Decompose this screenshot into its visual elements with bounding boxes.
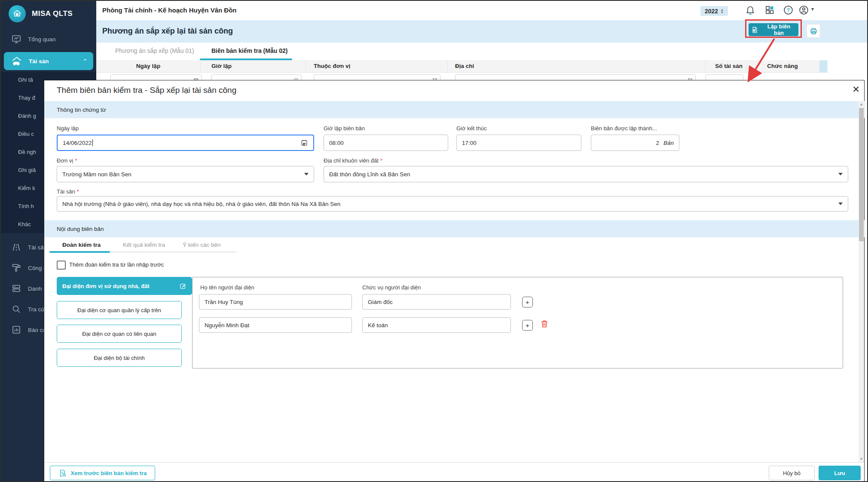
- trash-icon[interactable]: [540, 319, 549, 328]
- sidebar-item-label: Tài sả: [28, 244, 44, 251]
- column-header[interactable]: Ngày lập: [96, 60, 201, 72]
- submenu-item[interactable]: Đánh g: [18, 113, 36, 119]
- gio-lap-input[interactable]: 08:00: [324, 135, 448, 151]
- so-ban-input[interactable]: 2 Bản: [591, 135, 679, 151]
- so-ban-value: 2: [656, 140, 659, 146]
- dropdown-caret-icon[interactable]: [838, 173, 843, 175]
- tab-phuong-an-sap-xep[interactable]: Phương án sắp xếp (Mẫu 01): [115, 47, 194, 54]
- submenu-item[interactable]: Ghi tă: [18, 77, 33, 83]
- rep-name-input[interactable]: [199, 317, 352, 333]
- page-title-bar: Phương án sắp xếp lại tài sản công Lập b…: [96, 20, 868, 43]
- column-header[interactable]: Giờ lập: [201, 60, 306, 72]
- field-label-text: Tài sản: [57, 188, 75, 195]
- dashboard-monitor-icon: [11, 34, 21, 44]
- dropdown-caret-icon[interactable]: [838, 203, 843, 205]
- group-label: Đại diện cơ quan quản lý cấp trên: [77, 307, 161, 313]
- rep-role-input[interactable]: [362, 317, 511, 333]
- organization-title: Phòng Tài chính - Kế hoạch Huyện Vân Đồn: [102, 6, 237, 14]
- edit-icon[interactable]: [179, 282, 186, 290]
- road-icon: [11, 242, 21, 252]
- submenu-item[interactable]: Tính h: [18, 203, 34, 209]
- add-row-button[interactable]: +: [522, 297, 533, 307]
- preview-button[interactable]: Xem trước biên bản kiểm tra: [50, 466, 155, 480]
- field-label-so-ban: Biên bản được lập thành...: [591, 125, 657, 132]
- dia-chi-select[interactable]: Đất thôn đông Lĩnh xã Bản Sen: [324, 166, 848, 182]
- column-header[interactable]: Thuộc đơn vị: [306, 60, 448, 72]
- gio-lap-value: 08:00: [329, 140, 344, 146]
- printer-icon: [810, 27, 818, 35]
- help-icon[interactable]: ?: [783, 5, 794, 16]
- don-vi-value: Trường Mầm non Bản Sen: [62, 171, 131, 178]
- column-header[interactable]: Số tài sản: [706, 60, 746, 72]
- reuse-previous-team-label[interactable]: Thêm đoàn kiểm tra từ lần nhập trước: [69, 261, 164, 268]
- submenu-item[interactable]: Khác: [18, 221, 31, 227]
- rep-name-input[interactable]: [199, 294, 352, 310]
- group-label: Đại diện đơn vị sử dụng nhà, đất: [62, 283, 150, 289]
- dia-chi-value: Đất thôn đông Lĩnh xã Bản Sen: [329, 171, 410, 178]
- create-record-label: Lập biên bản: [762, 23, 796, 36]
- dropdown-caret-icon[interactable]: [304, 173, 309, 175]
- bell-icon[interactable]: [745, 5, 756, 16]
- sidebar-item-tong-quan[interactable]: Tổng quan: [1, 30, 96, 48]
- column-header[interactable]: Địa chỉ: [448, 60, 706, 72]
- active-content-tab-underline: [49, 251, 110, 253]
- tab-doan-kiem-tra[interactable]: Đoàn kiểm tra: [62, 242, 101, 248]
- tai-san-select[interactable]: Nhà hội trường (Nhà ở giáo viên), nhà dạ…: [57, 196, 848, 212]
- scroll-up-icon[interactable]: ▲: [859, 102, 864, 106]
- group-dai-dien-bo-tai-chinh[interactable]: Đại diện bộ tài chính: [57, 349, 182, 367]
- year-value: 2022: [705, 8, 718, 15]
- year-selector[interactable]: 2022 ▲▼: [700, 6, 728, 16]
- tai-san-value: Nhà hội trường (Nhà ở giáo viên), nhà dạ…: [62, 201, 340, 207]
- group-dai-dien-don-vi-su-dung[interactable]: Đại diện đơn vị sử dụng nhà, đất: [57, 277, 192, 295]
- modal-scrollbar[interactable]: ▲ ▼: [859, 101, 864, 462]
- gio-ket-thuc-input[interactable]: 17:00: [456, 135, 581, 151]
- field-label-gio-ket-thuc: Giờ kết thúc: [456, 125, 487, 132]
- field-label-tai-san: Tài sản*: [57, 188, 79, 195]
- field-label-gio-lap: Giờ lập biên bản: [324, 125, 365, 132]
- field-label-dia-chi: Địa chỉ khuôn viên đất*: [324, 157, 382, 164]
- tab-bien-ban-kiem-tra[interactable]: Biên bản kiểm tra (Mẫu 02): [211, 47, 287, 54]
- submenu-item[interactable]: Thay đ: [18, 95, 35, 101]
- asset-house-car-icon: [11, 55, 22, 67]
- sidebar-item-tai-san[interactable]: Tài sản ⌃: [4, 52, 93, 70]
- sidebar-item-label: Tổng quan: [28, 36, 56, 43]
- submenu-item[interactable]: Kiểm k: [18, 185, 35, 191]
- print-button[interactable]: [807, 24, 820, 38]
- table-header-row: Ngày lập Giờ lập Thuộc đơn vị Địa chỉ Số…: [96, 60, 828, 73]
- chevron-down-icon[interactable]: ▾: [811, 6, 822, 17]
- group-dai-dien-co-quan-quan-ly[interactable]: Đại diện cơ quan quản lý cấp trên: [57, 301, 182, 319]
- tab-ket-qua-kiem-tra[interactable]: Kết quả kiểm tra: [123, 242, 165, 248]
- scroll-down-icon[interactable]: ▼: [859, 457, 864, 461]
- required-asterisk: *: [380, 157, 382, 164]
- group-dai-dien-co-quan-lien-quan[interactable]: Đại diện cơ quan có liên quan: [57, 325, 182, 343]
- ngay-lap-input[interactable]: 14/06/2022: [57, 135, 314, 151]
- scrollbar-thumb[interactable]: [859, 108, 864, 241]
- cancel-button[interactable]: Hủy bỏ: [769, 466, 815, 480]
- spinner-arrows-icon[interactable]: ▲▼: [721, 9, 724, 14]
- submenu-item[interactable]: Đề ngh: [18, 149, 36, 155]
- close-icon[interactable]: ✕: [850, 83, 862, 96]
- home-logo-icon: [9, 5, 26, 22]
- brand-name: MISA QLTS: [32, 9, 73, 18]
- name-column-header: Họ tên người đại diện: [200, 284, 254, 291]
- document-plus-icon: [751, 26, 758, 34]
- user-icon[interactable]: [798, 5, 810, 16]
- section-header-noi-dung-bien-ban: Nội dung biên bản: [44, 220, 865, 237]
- add-row-button[interactable]: +: [522, 320, 533, 331]
- don-vi-select[interactable]: Trường Mầm non Bản Sen: [57, 166, 314, 182]
- app-grid-icon[interactable]: [764, 5, 776, 16]
- sidebar-item-label: Tài sản: [29, 58, 49, 64]
- column-header[interactable]: Chức năng: [746, 60, 819, 72]
- create-record-button[interactable]: Lập biên bản: [749, 23, 798, 36]
- submenu-item[interactable]: Điều c: [18, 131, 34, 137]
- reuse-previous-team-checkbox[interactable]: [57, 261, 66, 270]
- rep-role-input[interactable]: [362, 294, 511, 310]
- so-ban-unit: Bản: [663, 140, 674, 146]
- submenu-item[interactable]: Ghi giả: [18, 167, 36, 173]
- tab-y-kien-cac-ben[interactable]: Ý kiến các bên: [183, 242, 221, 248]
- top-bar: Phòng Tài chính - Kế hoạch Huyện Vân Đồn…: [96, 1, 868, 20]
- section-header-thong-tin-chung-tu: Thông tin chứng từ: [44, 101, 865, 118]
- brand: MISA QLTS: [9, 5, 73, 22]
- calendar-icon[interactable]: [300, 139, 308, 147]
- save-button[interactable]: Lưu: [819, 466, 861, 480]
